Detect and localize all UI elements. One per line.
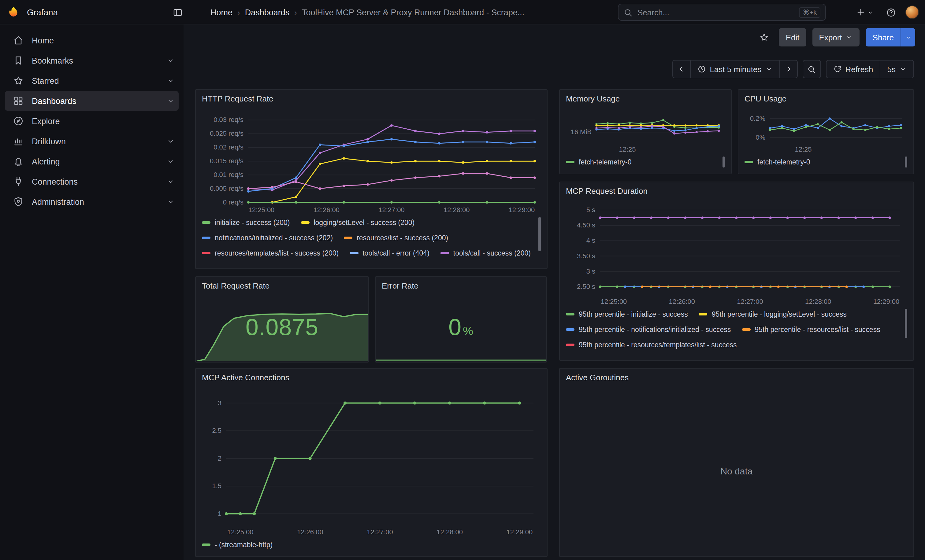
time-range-picker[interactable]: Last 5 minutes <box>690 60 780 78</box>
series-color-swatch <box>301 221 309 224</box>
sidebar-item-dashboards[interactable]: Dashboards <box>5 91 179 111</box>
breadcrumb-item[interactable]: Home <box>211 8 232 17</box>
search-box[interactable]: ⌘+k <box>618 4 826 21</box>
edit-button[interactable]: Edit <box>779 28 806 47</box>
chevron-down-icon <box>904 34 912 41</box>
chevron-down-icon[interactable] <box>166 137 175 146</box>
series-color-swatch <box>344 236 353 239</box>
legend-item[interactable]: 95th percentile - logging/setLevel - suc… <box>699 308 847 320</box>
legend-item[interactable]: logging/setLevel - success (200) <box>301 216 414 229</box>
mcp-request-duration-chart[interactable]: 2.50 s3 s3.50 s4 s4.50 s5 s12:25:0012:26… <box>565 199 908 308</box>
share-split-button: Share <box>866 28 915 47</box>
mcp-active-connections-chart[interactable]: 11.522.5312:25:0012:26:0012:27:0012:28:0… <box>201 386 542 538</box>
chevron-down-icon[interactable] <box>166 77 175 85</box>
legend-item[interactable]: 95th percentile - notifications/initiali… <box>566 323 731 336</box>
legend-item[interactable]: - (streamable-http) <box>202 538 273 551</box>
legend-item[interactable]: 95th percentile - initialize - success <box>566 308 688 320</box>
share-menu-button[interactable] <box>901 28 915 47</box>
sidebar: HomeBookmarksStarredDashboardsExploreDri… <box>0 24 184 560</box>
chevron-left-icon <box>677 65 686 74</box>
sidebar-item-starred[interactable]: Starred <box>5 71 179 90</box>
search-input[interactable] <box>637 8 794 17</box>
legend: initialize - success (200)logging/setLev… <box>202 216 541 265</box>
legend-scrollbar[interactable] <box>538 217 541 251</box>
question-icon <box>886 7 896 17</box>
legend-item[interactable]: resources/list - success (200) <box>344 231 448 244</box>
http-request-rate-chart[interactable]: 0 req/s0.005 req/s0.01 req/s0.015 req/s0… <box>201 107 542 216</box>
panel-title-button[interactable]: Total Request Rate <box>196 277 368 294</box>
panel-title-button[interactable]: MCP Request Duration <box>560 182 913 199</box>
breadcrumb-separator: › <box>294 8 297 17</box>
panel-title-button[interactable]: CPU Usage <box>738 90 913 107</box>
grafana-logo[interactable] <box>8 6 21 19</box>
series-color-swatch <box>742 328 750 330</box>
cpu-usage-chart[interactable]: 0.2%0%12:25 <box>743 107 908 155</box>
plus-icon <box>856 8 866 17</box>
series-color-swatch <box>202 543 211 546</box>
sidebar-item-drilldown[interactable]: Drilldown <box>5 131 179 151</box>
legend-scrollbar[interactable] <box>905 156 907 168</box>
refresh-group: Refresh 5s <box>826 60 914 78</box>
legend-scrollbar[interactable] <box>905 309 907 338</box>
panel-title-button[interactable]: Active Goroutines <box>560 369 913 386</box>
favorite-star-button[interactable] <box>756 29 773 46</box>
chevron-down-icon <box>867 9 874 16</box>
new-button[interactable] <box>853 4 876 21</box>
svg-text:12:25:00: 12:25:00 <box>249 206 275 214</box>
legend-item[interactable]: resources/templates/list - success (200) <box>202 246 339 259</box>
refresh-icon <box>833 65 842 74</box>
legend-item[interactable]: initialize - success (200) <box>202 216 290 229</box>
svg-text:12:25:00: 12:25:00 <box>601 298 627 305</box>
sidebar-item-bookmarks[interactable]: Bookmarks <box>5 51 179 70</box>
series-color-swatch <box>202 221 211 224</box>
legend-item[interactable]: tools/call - error (404) <box>350 246 429 259</box>
series-color-swatch <box>566 343 574 346</box>
help-button[interactable] <box>882 4 899 21</box>
time-shift-back-button[interactable] <box>672 60 691 78</box>
share-button[interactable]: Share <box>866 28 901 47</box>
chevron-down-icon[interactable] <box>166 56 175 65</box>
brand: Grafana <box>8 0 58 24</box>
legend-item[interactable]: 95th percentile - resources/list - succe… <box>742 323 880 336</box>
chevron-down-icon[interactable] <box>166 97 175 105</box>
refresh-interval-picker[interactable]: 5s <box>880 60 914 78</box>
sidebar-toggle-button[interactable] <box>169 4 186 21</box>
panel-active-goroutines: Active Goroutines No data <box>559 368 914 557</box>
zoom-out-button[interactable] <box>802 60 821 78</box>
sidebar-item-administration[interactable]: Administration <box>5 192 179 212</box>
svg-text:0.01 req/s: 0.01 req/s <box>214 171 244 179</box>
plug-icon <box>13 176 24 187</box>
memory-usage-chart[interactable]: 16 MiB12:25 <box>565 107 726 155</box>
legend-item[interactable]: fetch-telemetry-0 <box>566 155 632 168</box>
svg-text:12:27:00: 12:27:00 <box>378 206 405 214</box>
legend-item[interactable]: fetch-telemetry-0 <box>744 155 810 168</box>
panel-title-button[interactable]: MCP Active Connections <box>196 369 547 386</box>
sidebar-item-home[interactable]: Home <box>5 30 179 50</box>
legend-item[interactable]: tools/call - success (200) <box>440 246 531 259</box>
legend-item[interactable]: 95th percentile - resources/templates/li… <box>566 338 737 351</box>
chevron-down-icon[interactable] <box>166 197 175 206</box>
legend-item[interactable]: tools/list - success (200) <box>202 262 290 265</box>
chevron-down-icon[interactable] <box>166 157 175 166</box>
export-button[interactable]: Export <box>812 28 860 47</box>
avatar[interactable] <box>905 6 919 19</box>
sidebar-item-connections[interactable]: Connections <box>5 172 179 191</box>
panel-title-button[interactable]: HTTP Request Rate <box>196 90 547 107</box>
chevron-down-icon[interactable] <box>166 177 175 186</box>
legend: fetch-telemetry-0 <box>566 155 725 170</box>
panel-title-button[interactable]: Error Rate <box>376 277 546 294</box>
legend-item[interactable]: notifications/initialized - success (202… <box>202 231 333 244</box>
legend-item[interactable]: unknown - success (200) <box>301 262 392 265</box>
svg-text:0.015 req/s: 0.015 req/s <box>210 157 244 165</box>
sidebar-item-explore[interactable]: Explore <box>5 111 179 131</box>
sidebar-item-alerting[interactable]: Alerting <box>5 152 179 171</box>
refresh-button[interactable]: Refresh <box>826 60 880 78</box>
svg-text:4.50 s: 4.50 s <box>577 221 595 229</box>
legend-label: tools/call - error (404) <box>363 249 429 257</box>
legend-scrollbar[interactable] <box>723 156 725 168</box>
breadcrumb-item[interactable]: Dashboards <box>245 8 290 17</box>
legend-label: fetch-telemetry-0 <box>579 158 632 165</box>
panel-title-button[interactable]: Memory Usage <box>560 90 731 107</box>
star-icon <box>13 75 24 86</box>
time-shift-forward-button[interactable] <box>779 60 797 78</box>
